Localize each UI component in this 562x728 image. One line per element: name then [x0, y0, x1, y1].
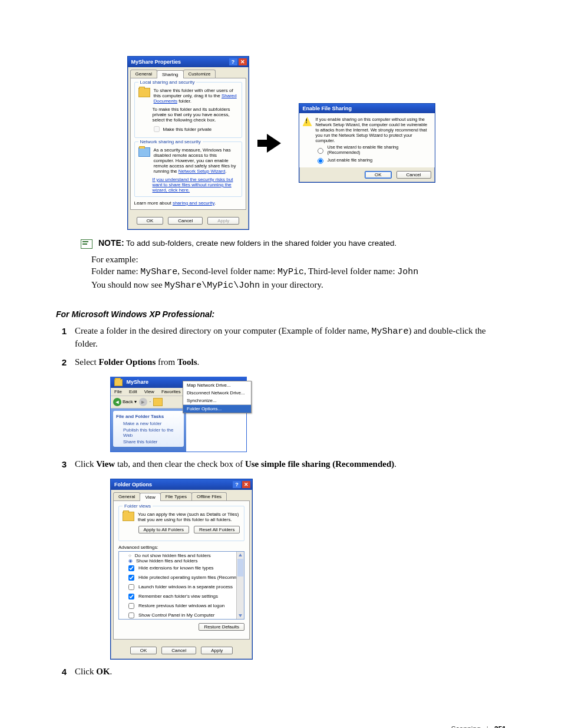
- setting-row[interactable]: Show Control Panel in My Computer: [120, 611, 243, 620]
- learn-more-link[interactable]: sharing and security: [173, 200, 214, 206]
- setting-row[interactable]: Hide extensions for known file types: [120, 564, 243, 573]
- local-sharing-group: Local sharing and security: [138, 80, 197, 85]
- back-icon: ◄: [113, 398, 121, 406]
- dialog-title: Enable File Sharing: [303, 106, 352, 111]
- setting-row[interactable]: Remember each folder's view settings: [120, 592, 243, 601]
- reset-all-button[interactable]: Reset All Folders: [194, 526, 240, 533]
- radio-use-wizard[interactable]: Use the wizard to enable file sharing (R…: [315, 144, 431, 155]
- menu-item[interactable]: Disconnect Network Drive...: [183, 389, 251, 397]
- scrollbar[interactable]: [236, 552, 244, 619]
- cancel-button[interactable]: Cancel: [168, 217, 203, 225]
- close-icon[interactable]: ✕: [239, 58, 247, 65]
- menu-file[interactable]: File: [111, 388, 125, 396]
- scrollbar-thumb[interactable]: [237, 559, 243, 577]
- tab-general[interactable]: General: [113, 492, 140, 500]
- setting-row[interactable]: Hide protected operating system files (R…: [120, 573, 243, 582]
- task-make-folder[interactable]: Make a new folder: [115, 420, 182, 427]
- apply-button[interactable]: Apply: [201, 647, 233, 654]
- enable-file-sharing-dialog: Enable File Sharing If you enable sharin…: [299, 103, 435, 183]
- setting-row[interactable]: Show hidden files and folders: [120, 558, 243, 564]
- page-number: 351: [494, 725, 506, 728]
- step-number: 4: [56, 666, 67, 678]
- help-icon[interactable]: ?: [233, 481, 241, 488]
- warning-icon: [303, 117, 312, 126]
- close-icon[interactable]: ✕: [242, 481, 250, 488]
- menu-item-folder-options[interactable]: Folder Options...: [183, 405, 251, 413]
- cancel-button[interactable]: Cancel: [396, 171, 431, 179]
- tab-offline[interactable]: Offline Files: [191, 492, 227, 500]
- menu-favorites[interactable]: Favorites: [158, 388, 184, 396]
- apply-all-button[interactable]: Apply to All Folders: [138, 526, 189, 533]
- apply-button[interactable]: Apply: [207, 217, 239, 225]
- tab-view[interactable]: View: [140, 493, 160, 501]
- menu-edit[interactable]: Edit: [125, 388, 141, 396]
- radio-just-enable[interactable]: Just enable file sharing: [315, 156, 431, 164]
- folder-hand-icon: [138, 88, 150, 97]
- note-icon: [81, 239, 92, 249]
- forward-button[interactable]: ►: [139, 398, 147, 406]
- subheading: For Microsoft Windows XP Professional:: [56, 309, 506, 319]
- myshare-properties-dialog: MyShare Properties ? ✕ General Sharing C…: [127, 56, 249, 230]
- share-without-wizard-link[interactable]: If you understand the security risks but…: [153, 177, 238, 193]
- step-number: 2: [56, 356, 67, 368]
- setting-row[interactable]: Restore previous folder windows at logon: [120, 601, 243, 611]
- tab-sharing[interactable]: Sharing: [157, 70, 184, 78]
- titlebar: MyShare Properties ? ✕: [128, 57, 249, 67]
- arrow-right-icon: [267, 134, 281, 153]
- window-title: MyShare: [127, 379, 149, 385]
- cancel-button[interactable]: Cancel: [161, 647, 196, 654]
- folder-views-group: Folder views: [123, 503, 153, 509]
- tab-customize[interactable]: Customize: [183, 70, 216, 78]
- tab-row: General Sharing Customize: [128, 67, 249, 78]
- step-number: 3: [56, 458, 67, 470]
- tools-menu-dropdown: Map Network Drive... Disconnect Network …: [183, 381, 252, 413]
- dialog-title: Folder Options: [114, 482, 152, 487]
- dialog-title: MyShare Properties: [131, 59, 181, 65]
- setting-row[interactable]: Do not show hidden files and folders: [120, 553, 243, 558]
- setting-row[interactable]: Launch folder windows in a separate proc…: [120, 582, 243, 592]
- footer-section: Scanning: [451, 725, 481, 728]
- back-button[interactable]: ◄ Back ▾: [113, 398, 137, 406]
- menu-item[interactable]: Map Network Drive...: [183, 381, 251, 389]
- restore-defaults-button[interactable]: Restore Defaults: [199, 623, 244, 631]
- tab-general[interactable]: General: [130, 70, 157, 78]
- help-icon[interactable]: ?: [229, 58, 237, 65]
- menu-item[interactable]: Synchronize...: [183, 397, 251, 405]
- make-private-checkbox[interactable]: Make this folder private: [151, 124, 238, 134]
- folder-view-icon: [123, 512, 134, 521]
- ok-button[interactable]: OK: [137, 217, 164, 225]
- ok-button[interactable]: OK: [365, 171, 392, 179]
- network-setup-wizard-link[interactable]: Network Setup Wizard: [178, 169, 226, 174]
- ok-button[interactable]: OK: [130, 647, 157, 654]
- task-publish[interactable]: Publish this folder to the Web: [115, 427, 182, 439]
- up-folder-icon[interactable]: [153, 398, 163, 406]
- menu-view[interactable]: View: [141, 388, 158, 396]
- folder-options-dialog: Folder Options ? ✕ General View File Typ…: [110, 479, 253, 660]
- explorer-window: MyShare File Edit View Favorites Tools H…: [110, 377, 247, 452]
- folder-icon: [114, 379, 123, 386]
- note-label: NOTE:: [98, 238, 124, 248]
- network-sharing-group: Network sharing and security: [138, 139, 203, 144]
- network-folder-icon: [138, 147, 150, 157]
- advanced-label: Advanced settings:: [118, 545, 244, 550]
- task-share[interactable]: Share this folder: [115, 439, 182, 445]
- advanced-settings-tree[interactable]: Do not show hidden files and foldersShow…: [118, 551, 244, 620]
- step-number: 1: [56, 325, 67, 350]
- tab-filetypes[interactable]: File Types: [160, 492, 192, 500]
- tasks-panel-title: File and Folder Tasks: [115, 413, 182, 420]
